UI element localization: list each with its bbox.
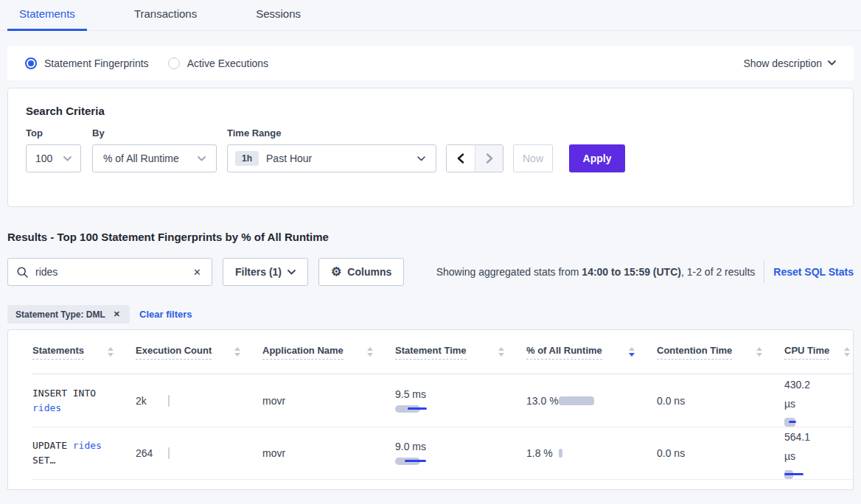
stats-suffix: , 1-2 of 2 results xyxy=(681,266,755,278)
radio-label: Active Executions xyxy=(187,57,269,69)
clear-filters-link[interactable]: Clear filters xyxy=(139,309,192,320)
time-prev-button[interactable] xyxy=(447,145,475,172)
chevron-right-icon xyxy=(486,153,493,164)
contention-time-cell: 0.0 ns xyxy=(657,447,784,459)
column-label: Execution Count xyxy=(136,345,212,360)
filter-pill-statement-type[interactable]: Statement Type: DML ✕ xyxy=(7,305,130,323)
search-criteria-form: Top 100 By % of All Runtime Time Range 1… xyxy=(26,127,835,172)
time-next-button[interactable] xyxy=(475,145,503,172)
cpu-time-cell: 564.1 µs xyxy=(784,427,853,479)
show-description-label: Show description xyxy=(743,57,822,69)
column-header-application-name[interactable]: Application Name xyxy=(262,345,395,360)
runtime-pct-bar xyxy=(559,396,594,405)
time-nav-group xyxy=(446,144,503,172)
by-select-value: % of All Runtime xyxy=(103,153,179,164)
column-header-statement-time[interactable]: Statement Time xyxy=(395,345,526,360)
results-table-card: Statements Execution Count Application N… xyxy=(7,329,854,490)
column-header-cpu-time[interactable]: CPU Time xyxy=(784,345,853,360)
show-description-toggle[interactable]: Show description xyxy=(743,57,836,69)
search-icon xyxy=(17,267,28,278)
column-label: Contention Time xyxy=(657,345,732,360)
apply-button[interactable]: Apply xyxy=(569,144,625,172)
results-toolbar: ✕ Filters (1) ⚙ Columns Showing aggregat… xyxy=(7,258,854,286)
column-header-execution-count[interactable]: Execution Count xyxy=(136,345,262,360)
execution-count-bar xyxy=(168,447,170,459)
search-criteria-card: Search Criteria Top 100 By % of All Runt… xyxy=(7,88,854,207)
chevron-down-icon xyxy=(287,270,296,275)
tab-statements[interactable]: Statements xyxy=(7,0,87,31)
statement-fingerprint-cell: INSERT INTO rides xyxy=(32,386,136,416)
now-button[interactable]: Now xyxy=(513,144,553,172)
time-range-value: Past Hour xyxy=(266,153,312,164)
cpu-time-bar xyxy=(784,418,853,427)
statement-time-bar xyxy=(395,457,526,466)
runtime-pct-value: 13.0 % xyxy=(526,391,559,410)
sort-icon[interactable] xyxy=(844,347,850,357)
cpu-time-value: 430.2 µs xyxy=(784,375,821,413)
chevron-down-icon xyxy=(417,156,425,161)
time-range-select[interactable]: 1h Past Hour xyxy=(227,144,436,172)
view-toggle-bar: Statement Fingerprints Active Executions… xyxy=(7,46,854,80)
execution-count-cell: 264 xyxy=(136,447,262,459)
top-select-value: 100 xyxy=(35,153,52,164)
page-tabs: Statements Transactions Sessions xyxy=(0,0,861,31)
statement-link[interactable]: rides xyxy=(32,402,61,413)
chevron-down-icon xyxy=(63,156,72,161)
column-label: CPU Time xyxy=(784,345,829,360)
reset-sql-stats-link[interactable]: Reset SQL Stats xyxy=(773,266,854,278)
column-label: Statement Time xyxy=(395,345,467,360)
execution-count-value: 264 xyxy=(136,447,168,459)
tab-transactions[interactable]: Transactions xyxy=(122,0,209,31)
radio-active-executions[interactable]: Active Executions xyxy=(168,57,269,69)
column-header-contention-time[interactable]: Contention Time xyxy=(657,345,784,360)
tab-sessions[interactable]: Sessions xyxy=(244,0,313,31)
filters-button[interactable]: Filters (1) xyxy=(223,258,308,286)
column-header-statements[interactable]: Statements xyxy=(32,345,136,360)
application-name-cell: movr xyxy=(262,395,395,407)
by-select[interactable]: % of All Runtime xyxy=(92,144,217,172)
gear-icon: ⚙ xyxy=(331,266,341,278)
execution-count-bar xyxy=(168,395,170,407)
sort-icon[interactable] xyxy=(498,347,504,357)
radio-statement-fingerprints[interactable]: Statement Fingerprints xyxy=(25,57,149,69)
column-header-runtime-pct[interactable]: % of All Runtime xyxy=(526,345,657,360)
runtime-pct-bar xyxy=(559,449,562,458)
time-range-label: Time Range xyxy=(227,127,436,139)
column-label: Application Name xyxy=(262,345,344,360)
runtime-pct-cell: 1.8 % xyxy=(526,444,657,463)
statement-fingerprint-cell: UPDATE rides SET… xyxy=(32,438,136,468)
runtime-pct-cell: 13.0 % xyxy=(526,391,657,410)
sort-icon-active-desc[interactable] xyxy=(629,347,635,357)
statement-link[interactable]: rides xyxy=(73,440,102,451)
execution-count-value: 2k xyxy=(136,395,168,407)
clear-search-icon[interactable]: ✕ xyxy=(192,265,203,279)
time-range-field: Time Range 1h Past Hour xyxy=(227,127,436,172)
active-filters-row: Statement Type: DML ✕ Clear filters xyxy=(7,305,854,323)
radio-unselected-icon xyxy=(168,57,180,69)
sort-icon[interactable] xyxy=(108,347,114,357)
application-name-cell: movr xyxy=(262,447,395,459)
by-label: By xyxy=(92,127,217,139)
chevron-left-icon xyxy=(457,153,464,164)
search-input[interactable] xyxy=(35,266,192,278)
table-row[interactable]: INSERT INTO rides 2k movr 9.5 ms 13.0 % … xyxy=(32,374,853,427)
filters-label: Filters (1) xyxy=(235,266,282,278)
column-label: % of All Runtime xyxy=(526,345,602,360)
search-box: ✕ xyxy=(7,258,212,286)
statement-time-cell: 9.0 ms xyxy=(395,441,526,466)
remove-filter-icon[interactable]: ✕ xyxy=(112,308,122,321)
sql-text: UPDATE xyxy=(32,440,67,451)
cpu-time-cell: 430.2 µs xyxy=(784,375,853,427)
table-row[interactable]: UPDATE rides SET… 264 movr 9.0 ms 1.8 % … xyxy=(32,427,853,480)
columns-button[interactable]: ⚙ Columns xyxy=(318,258,404,286)
sort-icon[interactable] xyxy=(756,347,762,357)
sort-icon[interactable] xyxy=(367,347,373,357)
runtime-pct-value: 1.8 % xyxy=(526,444,559,463)
top-select[interactable]: 100 xyxy=(26,144,81,172)
cpu-time-value: 564.1 µs xyxy=(784,427,821,466)
sort-icon[interactable] xyxy=(234,347,240,357)
sql-text: INSERT INTO xyxy=(32,388,96,399)
chevron-down-icon xyxy=(198,156,206,161)
vertical-divider xyxy=(764,261,764,283)
top-field: Top 100 xyxy=(26,127,81,172)
